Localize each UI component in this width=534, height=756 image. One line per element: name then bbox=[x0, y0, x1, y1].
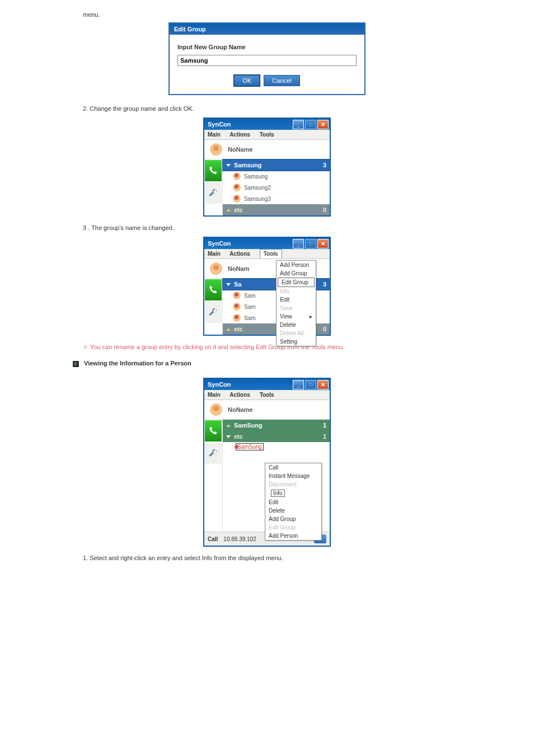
menu-actions[interactable]: Actions bbox=[229, 251, 250, 257]
titlebar: SynCon _ □ ✕ bbox=[204, 379, 330, 390]
ctx-instant-message[interactable]: Instant Message bbox=[265, 472, 321, 480]
group-label: Samsung bbox=[234, 162, 262, 168]
tools-tab[interactable] bbox=[205, 443, 222, 464]
ctx-disconnect: Disconnect bbox=[265, 480, 321, 489]
contacts-tab[interactable] bbox=[205, 160, 222, 181]
menu-tools[interactable]: Tools bbox=[260, 392, 274, 398]
side-tabs bbox=[204, 159, 223, 215]
person-icon bbox=[233, 172, 241, 180]
phone-icon bbox=[208, 166, 218, 176]
group-count: 3 bbox=[323, 281, 326, 288]
cancel-button[interactable]: Cancel bbox=[264, 75, 299, 86]
collapse-arrow-icon bbox=[226, 435, 231, 438]
person-icon bbox=[233, 184, 241, 191]
menu-main[interactable]: Main bbox=[208, 251, 221, 257]
tools-view[interactable]: View▸ bbox=[277, 312, 316, 321]
rename-note: ※You can rename a group entry by clickin… bbox=[83, 344, 461, 351]
window-title: SynCon bbox=[208, 381, 231, 388]
group2-label: etc bbox=[234, 433, 243, 440]
avatar-icon bbox=[210, 403, 222, 416]
phone-icon bbox=[208, 285, 218, 295]
etc-label: etc bbox=[234, 206, 243, 213]
maximize-button[interactable]: □ bbox=[305, 120, 316, 129]
tools-tab[interactable] bbox=[205, 302, 222, 323]
tools-delete[interactable]: Delete bbox=[277, 321, 316, 329]
menu-tools[interactable]: Tools bbox=[260, 249, 282, 258]
tools-edit[interactable]: Edit bbox=[277, 295, 316, 304]
etc-count: 0 bbox=[323, 206, 326, 213]
group-etc[interactable]: etc 0 bbox=[223, 204, 330, 215]
menu-actions[interactable]: Actions bbox=[229, 392, 250, 398]
ok-button[interactable]: OK bbox=[234, 75, 260, 86]
group-label: Sa bbox=[234, 281, 241, 288]
group-etc-expanded[interactable]: etc 1 bbox=[223, 431, 330, 442]
menubar: Main Actions Tools bbox=[204, 390, 330, 400]
close-button[interactable]: ✕ bbox=[317, 120, 329, 129]
tools-edit-group[interactable]: Edit Group bbox=[278, 278, 315, 287]
tools-info: Info bbox=[277, 287, 316, 295]
maximize-button[interactable]: □ bbox=[305, 239, 316, 248]
expand-arrow-icon bbox=[226, 209, 231, 212]
minimize-button[interactable]: _ bbox=[293, 380, 304, 389]
group-count: 3 bbox=[323, 162, 326, 168]
ctx-edit-group: Edit Group bbox=[265, 523, 321, 532]
ctx-delete[interactable]: Delete bbox=[265, 506, 321, 515]
person-samsung2[interactable]: Samsung2 bbox=[223, 182, 330, 193]
person-samsung[interactable]: Samsung bbox=[223, 171, 330, 182]
group-name-input[interactable] bbox=[177, 55, 357, 66]
minimize-button[interactable]: _ bbox=[293, 120, 304, 129]
menubar: Main Actions Tools bbox=[204, 249, 330, 259]
group-samsung-collapsed[interactable]: SamSung 1 bbox=[223, 420, 330, 431]
wrench-icon bbox=[208, 307, 218, 317]
tools-tab[interactable] bbox=[205, 182, 222, 204]
etc-label: etc bbox=[234, 326, 243, 332]
expand-arrow-icon bbox=[226, 424, 231, 427]
call-label: Call bbox=[208, 536, 218, 542]
ctx-add-person[interactable]: Add Person bbox=[265, 532, 321, 540]
submenu-arrow-icon: ▸ bbox=[310, 313, 312, 320]
username: NoNam bbox=[228, 265, 250, 272]
menubar: Main Actions Tools bbox=[204, 130, 330, 140]
ctx-edit[interactable]: Edit bbox=[265, 498, 321, 506]
close-button[interactable]: ✕ bbox=[317, 380, 329, 389]
tools-add-person[interactable]: Add Person bbox=[277, 261, 316, 269]
ctx-call[interactable]: Call bbox=[265, 463, 321, 472]
tools-setting[interactable]: Setting bbox=[277, 337, 316, 346]
person-context-menu: Call Instant Message Disconnect Info Edi… bbox=[265, 463, 322, 541]
person-icon bbox=[233, 195, 241, 203]
tools-dropdown: Add Person Add Group Edit Group Info Edi… bbox=[276, 260, 316, 346]
collapse-arrow-icon bbox=[226, 283, 231, 286]
titlebar: SynCon _ □ ✕ bbox=[204, 238, 330, 249]
maximize-button[interactable]: □ bbox=[305, 380, 316, 389]
ctx-add-group[interactable]: Add Group bbox=[265, 515, 321, 523]
person-samsung3[interactable]: Samsung3 bbox=[223, 193, 330, 204]
menu-main[interactable]: Main bbox=[208, 132, 221, 138]
wrench-icon bbox=[208, 188, 218, 198]
ctx-info-row[interactable]: Info bbox=[265, 489, 321, 498]
syncon-window-2: SynCon _ □ ✕ Main Actions Tools NoNam bbox=[203, 237, 331, 336]
group-samsung[interactable]: Samsung 3 bbox=[223, 159, 330, 171]
collapse-arrow-icon bbox=[226, 164, 231, 167]
menu-main[interactable]: Main bbox=[208, 392, 221, 398]
close-button[interactable]: ✕ bbox=[317, 239, 329, 248]
contacts-tab[interactable] bbox=[205, 420, 222, 442]
tools-add-group[interactable]: Add Group bbox=[277, 269, 316, 278]
etc-count: 0 bbox=[323, 326, 326, 332]
contacts-tab[interactable] bbox=[205, 279, 222, 300]
step-info-1: 1. Select and right-click an entry and s… bbox=[83, 555, 461, 561]
person-icon bbox=[233, 292, 241, 299]
menu-tools[interactable]: Tools bbox=[260, 132, 274, 138]
note-star-icon: ※ bbox=[83, 344, 88, 350]
ctx-info: Info bbox=[271, 490, 285, 497]
avatar-icon bbox=[210, 262, 222, 275]
username: NoName bbox=[228, 146, 253, 153]
minimize-button[interactable]: _ bbox=[293, 239, 304, 248]
call-ip: 10.88.39.102 bbox=[223, 536, 256, 542]
group2-count: 1 bbox=[323, 433, 326, 440]
menu-preface: menu. bbox=[83, 11, 461, 18]
selected-person[interactable]: SamSung bbox=[236, 444, 263, 450]
menu-actions[interactable]: Actions bbox=[229, 132, 250, 138]
expand-arrow-icon bbox=[226, 328, 231, 331]
syncon-window-1: SynCon _ □ ✕ Main Actions Tools NoName bbox=[203, 118, 331, 217]
step-2: 2. Change the group name and click OK. bbox=[83, 105, 461, 112]
